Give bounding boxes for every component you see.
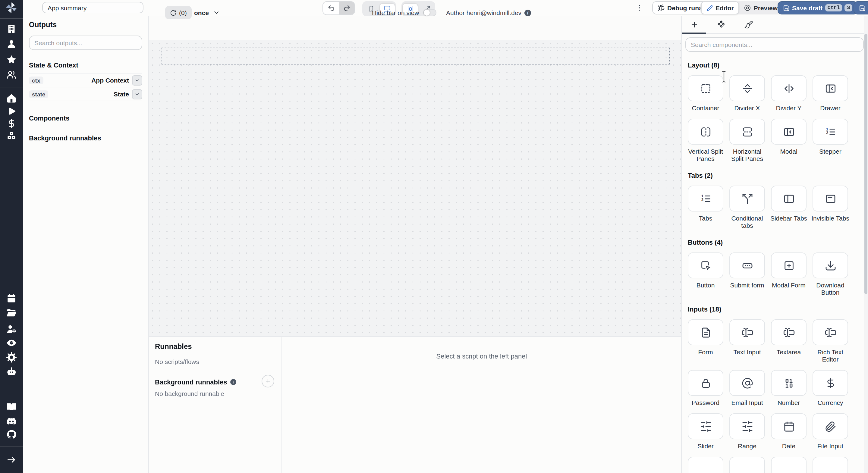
component-card-vertical-split-panes[interactable] — [688, 119, 723, 145]
component-card-download-button[interactable] — [812, 252, 848, 278]
debug-runs-button[interactable]: Debug runs — [652, 1, 708, 14]
boxes-icon — [6, 130, 17, 141]
component-label: Slider — [684, 442, 727, 449]
sidebar-discord-button[interactable] — [6, 415, 17, 426]
sidebar-user-cog-button[interactable] — [6, 323, 17, 334]
component-card-rich-text-editor[interactable] — [812, 319, 848, 345]
interval-select[interactable]: once — [194, 6, 220, 19]
sidebar-folder-open-button[interactable] — [6, 307, 17, 318]
component-card-tabs[interactable]: 12 — [688, 186, 723, 212]
refresh-button[interactable]: (0) — [165, 6, 192, 19]
component-card-cutoff[interactable] — [688, 457, 723, 473]
component-card-textarea[interactable] — [771, 319, 807, 345]
user-icon — [6, 38, 17, 50]
component-card-divider-y[interactable] — [771, 75, 807, 101]
expand-ctx-button[interactable] — [132, 75, 142, 85]
drawer-icon — [824, 82, 836, 94]
search-components-input[interactable] — [685, 37, 864, 52]
save-draft-button[interactable]: Save draft CtrlS — [778, 1, 858, 14]
component-card-slider[interactable] — [688, 413, 723, 439]
component-item-sidebar-tabs: Sidebar Tabs — [771, 186, 807, 229]
sidebar-star-button[interactable] — [6, 54, 17, 65]
component-card-cutoff[interactable] — [730, 457, 765, 473]
component-card-divider-x[interactable] — [730, 75, 765, 101]
component-label: Number — [768, 399, 810, 406]
sidebar-home-button[interactable] — [6, 93, 17, 104]
folder-open-icon — [6, 307, 17, 318]
component-item-divider-x: Divider X — [730, 75, 765, 112]
component-label: Invisible Tabs — [809, 215, 851, 222]
component-item-cutoff — [730, 457, 765, 473]
sidebar-building-button[interactable] — [6, 24, 17, 34]
component-card-modal[interactable] — [771, 119, 807, 145]
sidebar-bot-button[interactable] — [6, 366, 17, 377]
divider-y-icon — [783, 82, 795, 94]
refresh-count: (0) — [179, 9, 187, 16]
text-cursor-icon — [824, 326, 836, 338]
app-summary-input[interactable] — [42, 2, 144, 13]
output-row-ctx[interactable]: ctx App Context — [29, 73, 142, 87]
sidebar-arrow-right-button[interactable] — [6, 454, 17, 465]
info-icon[interactable]: i — [524, 9, 531, 16]
sidebar-github-button[interactable] — [6, 429, 17, 440]
component-card-password[interactable] — [688, 370, 723, 396]
component-card-submit-form[interactable] — [730, 252, 765, 278]
component-card-file-input[interactable] — [812, 413, 848, 439]
sidebar-calendar-button[interactable] — [6, 293, 17, 304]
sidebar-boxes-button[interactable] — [6, 130, 17, 141]
redo-button[interactable] — [339, 2, 354, 14]
deploy-button[interactable]: Deploy — [854, 1, 868, 14]
tab-insert-component[interactable] — [690, 20, 699, 29]
refresh-icon — [170, 9, 177, 16]
tab-preview[interactable]: Preview — [739, 2, 782, 14]
component-card-form[interactable] — [688, 319, 723, 345]
sidebar-eye-button[interactable] — [6, 338, 17, 348]
component-card-button[interactable] — [688, 252, 723, 278]
component-card-email-input[interactable] — [730, 370, 765, 396]
search-outputs-input[interactable] — [29, 36, 142, 50]
component-card-range[interactable] — [730, 413, 765, 439]
tab-component-settings[interactable] — [717, 20, 726, 29]
component-card-drawer[interactable] — [812, 75, 848, 101]
component-card-number[interactable] — [771, 370, 807, 396]
empty-drop-zone[interactable] — [161, 48, 670, 64]
scrollbar-track[interactable] — [864, 16, 868, 473]
hide-bar-label: Hide bar on view — [372, 9, 419, 16]
sidebar-play-button[interactable] — [6, 106, 17, 117]
component-card-invisible-tabs[interactable] — [812, 186, 848, 212]
hide-bar-toggle[interactable] — [423, 9, 436, 16]
outputs-title: Outputs — [29, 21, 142, 29]
app-canvas[interactable] — [149, 40, 681, 336]
component-card-cutoff[interactable] — [812, 457, 848, 473]
component-card-text-input[interactable] — [730, 319, 765, 345]
sidebar-book-open-button[interactable] — [6, 401, 17, 412]
component-grid: FormText InputTextareaRich Text EditorPa… — [688, 319, 868, 473]
component-card-sidebar-tabs[interactable] — [771, 186, 807, 212]
component-card-conditional-tabs[interactable] — [730, 186, 765, 212]
sidebar-user-button[interactable] — [6, 38, 17, 50]
component-card-currency[interactable] — [812, 370, 848, 396]
tab-editor[interactable]: Editor — [701, 1, 739, 14]
component-card-stepper[interactable]: 12 — [812, 119, 848, 145]
sidebar-users-button[interactable] — [6, 69, 17, 80]
sidebar-dollar-button[interactable] — [6, 118, 17, 129]
preview-label: Preview — [754, 4, 778, 11]
svg-text:2: 2 — [826, 130, 828, 135]
component-label: Button — [684, 281, 727, 289]
windmill-logo-icon — [5, 1, 18, 14]
output-row-state[interactable]: state State — [29, 87, 142, 101]
component-card-date[interactable] — [771, 413, 807, 439]
more-menu-button[interactable] — [634, 2, 645, 14]
expand-state-button[interactable] — [132, 89, 142, 99]
scrollbar-thumb[interactable] — [864, 34, 867, 294]
sidebar-gear-button[interactable] — [6, 352, 17, 363]
undo-button[interactable] — [323, 2, 339, 14]
component-card-horizontal-split-panes[interactable] — [730, 119, 765, 145]
section-title: Inputs (18) — [688, 306, 868, 313]
component-card-container[interactable] — [688, 75, 723, 101]
add-background-runnable-button[interactable] — [261, 375, 274, 387]
component-card-cutoff[interactable] — [771, 457, 807, 473]
users-icon — [6, 69, 17, 80]
component-card-modal-form[interactable] — [771, 252, 807, 278]
tab-styling[interactable] — [744, 20, 753, 29]
